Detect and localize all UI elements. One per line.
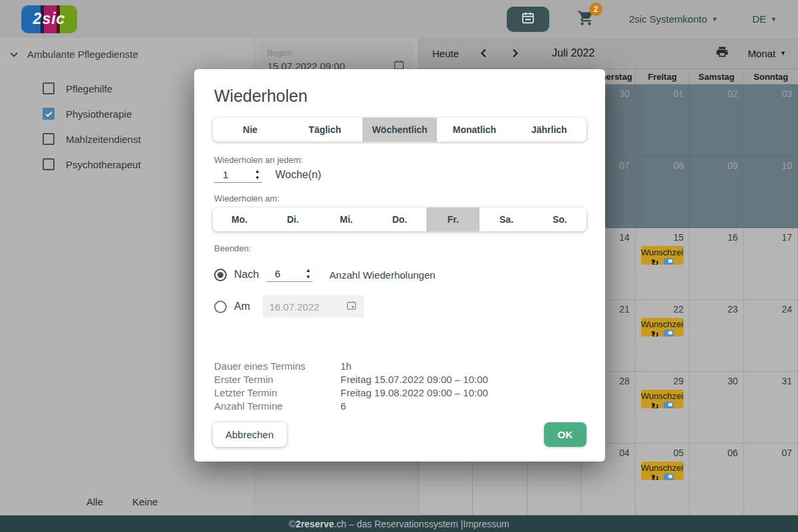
occurrences-stepper: ▲ ▼ — [305, 268, 313, 279]
prev-month-button[interactable] — [479, 48, 489, 59]
weekday-segment[interactable]: So. — [533, 207, 587, 231]
calendar-day-cell[interactable]: 17 — [744, 228, 798, 300]
event-chip[interactable]: Wunschzeit↻ — [641, 462, 684, 480]
account-dropdown[interactable]: 2sic Systemkonto ▼ — [629, 13, 718, 25]
stepper-down-icon[interactable]: ▼ — [305, 275, 311, 279]
calendar-day-cell[interactable]: 23 — [690, 300, 743, 372]
calendar-day-cell[interactable]: 05Wunschzeit↻ — [636, 444, 690, 515]
today-button[interactable]: Heute — [432, 48, 459, 59]
select-all-button[interactable]: Alle — [86, 496, 103, 507]
service-checkbox[interactable] — [43, 108, 55, 120]
day-number: 23 — [728, 304, 738, 315]
calendar-day-cell[interactable]: 06 — [690, 444, 743, 515]
event-icons: ↻ — [641, 473, 684, 480]
service-checkbox[interactable] — [43, 133, 55, 145]
day-number: 04 — [619, 448, 630, 458]
service-group-header[interactable]: Ambulante Pflegedienste — [0, 38, 254, 66]
chevron-down-icon: ▼ — [712, 16, 718, 23]
weekday-segment[interactable]: Di. — [266, 207, 319, 231]
end-on-radio[interactable] — [214, 301, 227, 313]
calendar-day-cell[interactable]: 07 — [744, 444, 798, 515]
occurrences-input[interactable]: 6 ▲ ▼ — [266, 268, 313, 282]
calendar-icon — [346, 300, 357, 314]
weekday-segment[interactable]: Do. — [373, 207, 426, 231]
tab-frequency[interactable]: Monatlich — [437, 118, 511, 142]
end-after-label: Nach — [234, 269, 259, 281]
event-title: Wunschzeit — [641, 462, 684, 473]
footer-brand: 2reserve — [296, 519, 334, 529]
end-label: Beenden: — [214, 243, 587, 253]
dialog-actions: Abbrechen OK — [213, 422, 587, 447]
attendee-icon — [664, 330, 674, 336]
attendee-icon — [664, 258, 674, 265]
weekday-segment[interactable]: Mo. — [213, 207, 266, 231]
ok-button[interactable]: OK — [544, 422, 587, 447]
stepper-up-icon[interactable]: ▲ — [255, 169, 260, 174]
service-label: Pflegehilfe — [66, 83, 112, 94]
event-title: Wunschzeit — [641, 390, 684, 402]
weekday-segment[interactable]: Fr. — [426, 207, 479, 231]
summary-row: Dauer eines Termins1h — [214, 360, 587, 373]
calendar-day-cell[interactable]: 16 — [690, 228, 743, 300]
calendar-day-cell[interactable]: 08 — [636, 156, 690, 228]
calendar-day-cell[interactable]: 31 — [744, 372, 798, 444]
calendar-day-cell[interactable]: 01 — [636, 84, 690, 156]
calendar-day-cell[interactable]: 24 — [744, 300, 798, 372]
repeat-icon: ↻ — [651, 473, 659, 480]
next-month-button[interactable] — [509, 48, 520, 59]
day-header: Freitag — [636, 69, 690, 84]
end-date-input[interactable]: 16.07.2022 — [263, 295, 364, 318]
calendar-day-cell[interactable]: 03 — [744, 84, 798, 156]
impressum-link[interactable]: Impressum — [464, 519, 509, 529]
calendar-day-cell[interactable]: 29Wunschzeit↻ — [636, 372, 690, 444]
service-checkbox[interactable] — [43, 158, 55, 170]
weekday-segment[interactable]: Mi. — [320, 207, 373, 231]
calendar-day-cell[interactable]: 02 — [690, 84, 743, 156]
calendar-day-cell[interactable]: 22Wunschzeit↻ — [636, 300, 690, 372]
event-icons: ↻ — [641, 402, 684, 408]
event-chip[interactable]: Wunschzeit↻ — [641, 246, 684, 265]
cancel-button[interactable]: Abbrechen — [213, 422, 287, 447]
day-number: 10 — [781, 160, 792, 171]
service-checkbox[interactable] — [43, 82, 55, 94]
tab-frequency[interactable]: Täglich — [287, 118, 362, 142]
tab-frequency[interactable]: Wöchentlich — [362, 118, 437, 142]
end-after-radio[interactable] — [214, 269, 227, 281]
print-button[interactable] — [716, 45, 729, 61]
app-logo[interactable]: 2sic — [21, 5, 77, 33]
cart-button[interactable]: 2 — [577, 9, 595, 29]
account-label: 2sic Systemkonto — [629, 13, 708, 25]
day-number: 16 — [728, 232, 738, 243]
stepper-down-icon[interactable]: ▼ — [255, 176, 260, 180]
day-header: Sonntag — [744, 69, 798, 84]
event-chip[interactable]: Wunschzeit↻ — [641, 318, 684, 336]
day-number: 08 — [674, 160, 684, 171]
interval-value: 1 — [214, 169, 228, 180]
view-dropdown[interactable]: Monat ▼ — [747, 48, 786, 59]
footer-prefix: © — [289, 519, 295, 529]
weekday-segment[interactable]: Sa. — [479, 207, 533, 231]
day-number: 03 — [781, 88, 792, 99]
calendar-day-cell[interactable]: 30 — [690, 372, 743, 444]
occurrences-value: 6 — [266, 268, 280, 279]
calendar-day-cell[interactable]: 15Wunschzeit↻ — [636, 228, 690, 300]
calendar-day-cell[interactable]: 10 — [744, 156, 798, 228]
service-group-label: Ambulante Pflegedienste — [27, 49, 138, 60]
sidebar-footer: Alle Keine — [86, 496, 158, 507]
day-number: 17 — [781, 232, 792, 243]
day-number: 21 — [619, 304, 630, 315]
calendar-view-button[interactable] — [507, 7, 549, 32]
day-number: 05 — [674, 448, 684, 458]
interval-input[interactable]: 1 ▲ ▼ — [214, 169, 262, 183]
frequency-tabs: NieTäglichWöchentlichMonatlichJährlich — [213, 118, 587, 142]
tab-frequency[interactable]: Nie — [213, 118, 287, 142]
select-none-button[interactable]: Keine — [132, 496, 158, 507]
event-icons: ↻ — [641, 258, 684, 265]
stepper-up-icon[interactable]: ▲ — [305, 268, 311, 273]
calendar-day-cell[interactable]: 09 — [690, 156, 743, 228]
tab-frequency[interactable]: Jährlich — [512, 118, 587, 142]
event-chip[interactable]: Wunschzeit↻ — [641, 390, 684, 408]
service-label: Psychotherapeut — [66, 159, 141, 170]
language-dropdown[interactable]: DE ▼ — [752, 13, 777, 25]
day-number: 06 — [728, 448, 738, 458]
